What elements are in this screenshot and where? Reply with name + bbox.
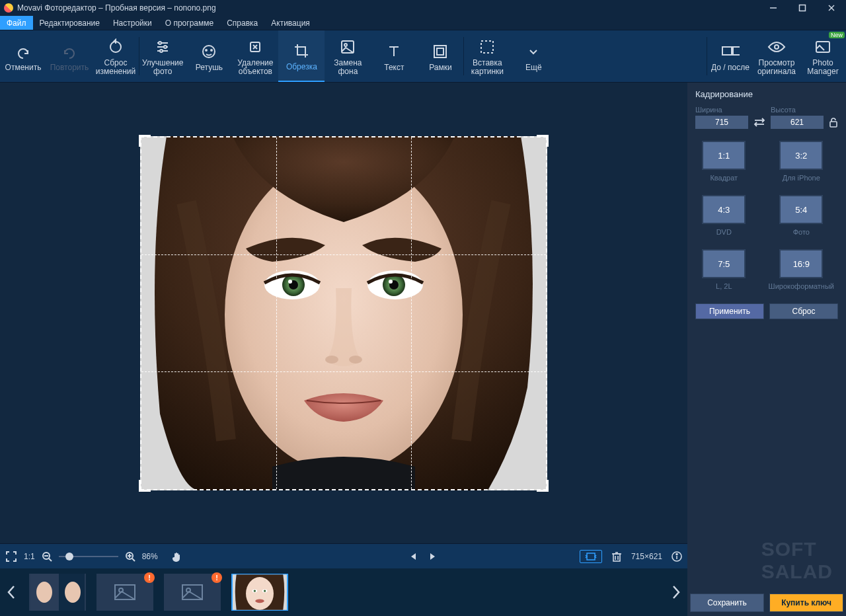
more-button[interactable]: Ещё <box>510 30 557 82</box>
enhance-button[interactable]: Улучшение фото <box>139 30 186 82</box>
svg-rect-46 <box>613 554 620 561</box>
undo-button[interactable]: Отменить <box>0 30 46 82</box>
menu-activation[interactable]: Активация <box>264 16 317 30</box>
image-placeholder-icon <box>181 584 204 601</box>
svg-point-13 <box>211 50 212 51</box>
menu-help[interactable]: Справка <box>220 16 264 30</box>
svg-point-12 <box>206 50 207 51</box>
svg-rect-45 <box>587 553 595 560</box>
svg-point-63 <box>246 577 274 610</box>
title-bar: Movavi Фоторедактор – Пробная версия – n… <box>0 0 846 16</box>
insert-image-button[interactable]: Вставка картинки <box>464 30 510 82</box>
manager-icon <box>814 38 832 56</box>
side-panel: Кадрирование Ширина Высота 1:1Квадрат 3:… <box>687 83 846 616</box>
ratio-5-4[interactable]: 5:4 <box>779 195 823 224</box>
frames-button[interactable]: Рамки <box>417 30 463 82</box>
filmstrip-prev[interactable] <box>4 574 19 611</box>
chevron-down-icon <box>524 42 543 61</box>
new-badge: New <box>829 32 845 38</box>
apply-button[interactable]: Применить <box>695 303 764 319</box>
sliders-icon <box>153 38 172 56</box>
crop-handle-tl[interactable] <box>139 135 151 147</box>
width-input[interactable] <box>695 116 748 129</box>
menu-file[interactable]: Файл <box>0 16 33 30</box>
reset-icon <box>106 38 125 56</box>
fit-label[interactable]: 1:1 <box>24 552 35 561</box>
crop-handle-tr[interactable] <box>537 135 549 147</box>
background-button[interactable]: Замена фона <box>325 30 371 82</box>
redo-button[interactable]: Повторить <box>46 30 93 82</box>
warning-badge: ! <box>212 572 222 583</box>
ratio-grid: 1:1Квадрат 3:2Для iPhone 4:3DVD 5:4Фото … <box>687 134 846 301</box>
view-original-button[interactable]: Просмотр оригинала <box>753 30 800 82</box>
text-button[interactable]: Текст <box>371 30 417 82</box>
svg-marker-43 <box>411 553 416 560</box>
thumb-4[interactable] <box>231 574 288 611</box>
menu-settings[interactable]: Настройки <box>106 16 159 30</box>
background-icon <box>338 38 357 56</box>
menu-bar: Файл Редактирование Настройки О программ… <box>0 16 846 30</box>
lock-icon[interactable] <box>829 108 838 128</box>
swap-icon[interactable] <box>753 108 765 127</box>
thumb-2[interactable]: ! <box>96 574 153 611</box>
crop-button[interactable]: Обрезка <box>278 30 325 82</box>
prev-icon[interactable] <box>409 552 418 561</box>
ratio-1-1[interactable]: 1:1 <box>702 141 746 170</box>
text-icon <box>385 42 403 61</box>
menu-about[interactable]: О программе <box>159 16 220 30</box>
before-after-button[interactable]: До / после <box>707 30 753 82</box>
photo-manager-button[interactable]: New Photo Manager <box>800 30 846 82</box>
panel-title: Кадрирование <box>687 83 846 106</box>
compare-icon <box>721 42 740 61</box>
app-logo-icon <box>4 3 13 13</box>
info-icon[interactable] <box>672 551 682 562</box>
hand-icon[interactable] <box>171 551 183 562</box>
reset-crop-button[interactable]: Сброс <box>769 303 838 319</box>
filmstrip-next[interactable] <box>669 574 683 611</box>
svg-point-9 <box>164 46 167 48</box>
close-button[interactable] <box>817 0 846 16</box>
width-label: Ширина <box>695 106 748 114</box>
crop-frame[interactable] <box>140 136 547 490</box>
thumb-3[interactable]: ! <box>164 574 221 611</box>
crop-overlay[interactable] <box>140 136 547 490</box>
menu-edit[interactable]: Редактирование <box>33 16 106 30</box>
svg-point-66 <box>254 590 256 592</box>
reset-button[interactable]: Сброс изменений <box>93 30 139 82</box>
buy-key-button[interactable]: Купить ключ <box>769 594 843 612</box>
face-icon <box>200 42 218 61</box>
thumb-1[interactable] <box>29 574 86 611</box>
zoom-value: 86% <box>142 552 158 561</box>
svg-point-68 <box>255 599 264 603</box>
svg-line-40 <box>132 558 135 561</box>
svg-rect-20 <box>722 47 732 55</box>
undo-icon <box>14 42 32 61</box>
ratio-16-9[interactable]: 16:9 <box>779 249 823 278</box>
zoom-in-icon[interactable] <box>125 551 135 562</box>
image-placeholder-icon <box>114 584 136 601</box>
crop-handle-bl[interactable] <box>139 480 151 492</box>
height-input[interactable] <box>771 116 824 129</box>
next-icon[interactable] <box>428 552 437 561</box>
svg-rect-18 <box>437 48 443 55</box>
zoom-slider[interactable] <box>59 556 118 557</box>
svg-marker-44 <box>430 553 435 560</box>
canvas-viewport[interactable] <box>0 83 687 543</box>
save-button[interactable]: Сохранить <box>690 594 764 612</box>
delete-icon[interactable] <box>611 551 622 562</box>
fullscreen-icon[interactable] <box>5 551 17 562</box>
zoom-out-icon[interactable] <box>42 551 52 562</box>
minimize-button[interactable] <box>759 0 788 16</box>
action-bar: Сохранить Купить ключ <box>687 590 846 616</box>
warning-badge: ! <box>144 572 155 583</box>
remove-objects-button[interactable]: Удаление объектов <box>232 30 278 82</box>
ratio-3-2[interactable]: 3:2 <box>779 141 823 170</box>
maximize-button[interactable] <box>788 0 817 16</box>
svg-point-10 <box>160 50 163 52</box>
retouch-button[interactable]: Ретушь <box>186 30 232 82</box>
frame-icon <box>431 42 449 61</box>
fit-to-screen-icon[interactable] <box>580 550 602 563</box>
ratio-7-5[interactable]: 7:5 <box>702 249 746 278</box>
crop-handle-br[interactable] <box>537 480 549 492</box>
ratio-4-3[interactable]: 4:3 <box>702 195 746 224</box>
